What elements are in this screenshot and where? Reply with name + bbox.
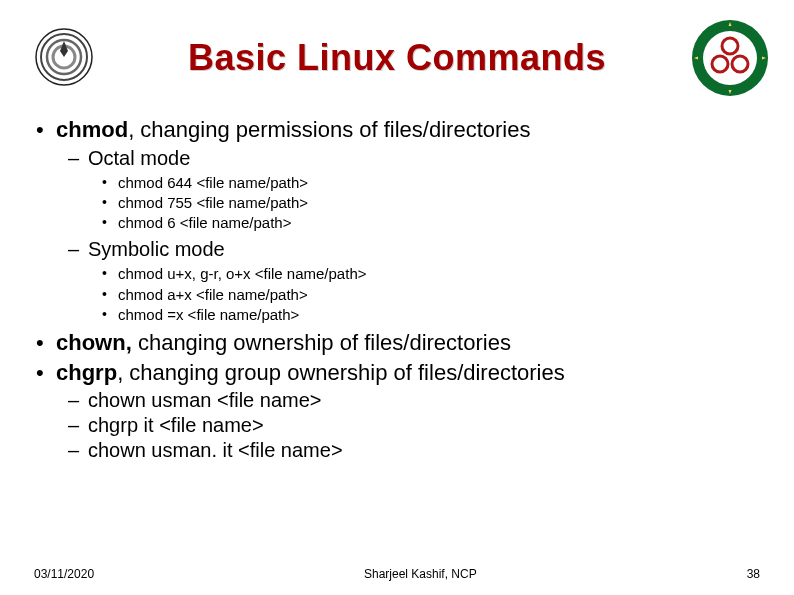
example-list: chmod u+x, g-r, o+x <file name/path> chm…	[88, 264, 766, 325]
spiral-icon	[34, 27, 94, 87]
sub-list: chown usman <file name> chgrp it <file n…	[56, 388, 766, 463]
slide-header: Basic Linux Commands	[0, 0, 794, 106]
sub-list: Octal mode chmod 644 <file name/path> ch…	[56, 146, 766, 326]
example-item: chmod a+x <file name/path>	[88, 285, 766, 305]
example-item: chmod 644 <file name/path>	[88, 173, 766, 193]
footer-page: 38	[747, 567, 760, 581]
bullet-list: chmod, changing permissions of files/dir…	[28, 116, 766, 463]
command-name: chgrp	[56, 360, 117, 385]
footer-author: Sharjeel Kashif, NCP	[364, 567, 477, 581]
sub-item: chown usman <file name>	[56, 388, 766, 413]
footer-date: 03/11/2020	[34, 567, 94, 581]
command-desc: changing group ownership of files/direct…	[129, 360, 564, 385]
slide-footer: 03/11/2020 Sharjeel Kashif, NCP 38	[0, 567, 794, 581]
logo-right	[690, 18, 770, 98]
seal-icon	[690, 18, 770, 98]
command-desc: changing ownership of files/directories	[138, 330, 511, 355]
command-name: chown,	[56, 330, 132, 355]
command-name: chmod	[56, 117, 128, 142]
example-list: chmod 644 <file name/path> chmod 755 <fi…	[88, 173, 766, 234]
bullet-item: chgrp, changing group ownership of files…	[28, 359, 766, 464]
slide-body: chmod, changing permissions of files/dir…	[0, 106, 794, 463]
slide-title: Basic Linux Commands	[120, 37, 674, 79]
example-item: chmod u+x, g-r, o+x <file name/path>	[88, 264, 766, 284]
sub-item: Symbolic mode chmod u+x, g-r, o+x <file …	[56, 237, 766, 325]
sub-item: chgrp it <file name>	[56, 413, 766, 438]
bullet-item: chown, changing ownership of files/direc…	[28, 329, 766, 357]
command-desc: changing permissions of files/directorie…	[140, 117, 530, 142]
example-item: chmod =x <file name/path>	[88, 305, 766, 325]
sub-item: chown usman. it <file name>	[56, 438, 766, 463]
sub-item: Octal mode chmod 644 <file name/path> ch…	[56, 146, 766, 234]
example-item: chmod 755 <file name/path>	[88, 193, 766, 213]
bullet-item: chmod, changing permissions of files/dir…	[28, 116, 766, 325]
logo-left	[24, 18, 104, 98]
example-item: chmod 6 <file name/path>	[88, 213, 766, 233]
